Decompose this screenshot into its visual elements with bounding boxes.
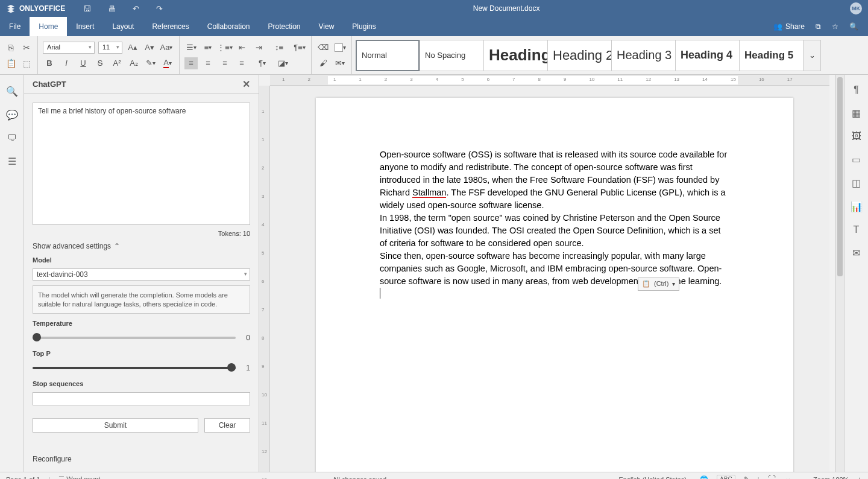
save-icon[interactable]: 🖫	[83, 4, 91, 13]
chat-icon[interactable]: 🗨	[7, 133, 17, 144]
menu-file[interactable]: File	[0, 17, 30, 36]
find-icon[interactable]: 🔍	[6, 86, 18, 97]
search-icon[interactable]: 🔍	[849, 22, 858, 31]
decrease-font-icon[interactable]: A▾	[143, 42, 156, 54]
bold-button[interactable]: B	[43, 57, 56, 69]
font-color-button[interactable]: A▾	[161, 57, 174, 69]
open-location-icon[interactable]: ⧉	[816, 22, 821, 31]
align-center-button[interactable]: ≡	[201, 57, 215, 69]
highlight-button[interactable]: ✎▾	[144, 57, 157, 69]
navigation-icon[interactable]: ☰	[8, 156, 16, 167]
menu-references[interactable]: References	[143, 17, 198, 36]
advanced-settings-toggle[interactable]: Show advanced settings⌃	[33, 242, 250, 250]
strike-button[interactable]: S	[93, 57, 107, 69]
language-selector[interactable]: English (United States) ▾	[619, 476, 692, 480]
mailings-button[interactable]: ✉▾	[333, 57, 347, 69]
share-button[interactable]: 👥Share	[773, 22, 805, 31]
document-page[interactable]: Open-source software (OSS) is software t…	[316, 98, 793, 472]
numbering-button[interactable]: ≡▾	[201, 42, 215, 54]
set-lang-icon[interactable]: 🌐	[700, 475, 708, 479]
stop-sequences-input[interactable]	[33, 392, 250, 405]
decrease-indent-icon[interactable]: ⇤	[235, 42, 248, 54]
paste-icon[interactable]: 📋	[5, 57, 17, 69]
textart-settings-icon[interactable]: T	[854, 224, 860, 235]
align-left-button[interactable]: ≡	[184, 57, 198, 69]
line-spacing-button[interactable]: ↕≡	[272, 42, 286, 54]
style-heading1[interactable]: Heading 1	[483, 40, 547, 71]
font-size-select[interactable]: 11▾	[98, 42, 122, 54]
page-indicator[interactable]: Page 1 of 1	[6, 476, 40, 480]
style-heading4[interactable]: Heading 4	[675, 40, 739, 71]
shape-settings-icon[interactable]: ◫	[852, 177, 861, 189]
select-icon[interactable]: ⬚	[20, 57, 33, 69]
multilevel-button[interactable]: ⋮≡▾	[218, 42, 231, 54]
copy-style-icon[interactable]: 🖌	[316, 57, 330, 69]
image-settings-icon[interactable]: 🖼	[852, 131, 861, 142]
increase-indent-icon[interactable]: ⇥	[252, 42, 265, 54]
track-changes-icon[interactable]: ✎	[744, 475, 749, 479]
chart-settings-icon[interactable]: 📊	[851, 201, 863, 212]
redo-icon[interactable]: ↷	[156, 4, 163, 13]
horizontal-ruler[interactable]: 1211234567891011121314151617	[270, 75, 829, 86]
font-family-select[interactable]: Arial▾	[43, 42, 95, 54]
menu-plugins[interactable]: Plugins	[343, 17, 385, 36]
zoom-out-icon[interactable]: −	[800, 475, 805, 479]
style-heading2[interactable]: Heading 2	[547, 40, 611, 71]
cut-icon[interactable]: ✂	[20, 42, 33, 54]
clear-button[interactable]: Clear	[204, 418, 250, 433]
model-select[interactable]: text-davinci-003▾	[33, 268, 250, 281]
change-case-icon[interactable]: Aa▾	[160, 42, 173, 54]
underline-button[interactable]: U	[77, 57, 90, 69]
zoom-level[interactable]: Zoom 100%	[813, 476, 849, 480]
shape-fill-button[interactable]: ▾	[333, 42, 347, 54]
italic-button[interactable]: I	[60, 57, 73, 69]
paste-options[interactable]: 📋(Ctrl)▾	[638, 278, 679, 291]
spellcheck-word[interactable]: Stallman	[412, 188, 446, 198]
shading-button[interactable]: ◪▾	[276, 57, 289, 69]
fit-width-icon[interactable]: ↔	[784, 475, 792, 479]
increase-font-icon[interactable]: A▴	[126, 42, 139, 54]
temperature-slider[interactable]	[33, 332, 236, 344]
style-normal[interactable]: Normal	[356, 40, 420, 71]
style-heading3[interactable]: Heading 3	[611, 40, 675, 71]
menu-view[interactable]: View	[310, 17, 344, 36]
paragraph-spacing-button[interactable]: ¶≡▾	[293, 42, 306, 54]
menu-protection[interactable]: Protection	[259, 17, 310, 36]
avatar[interactable]: MK	[850, 2, 862, 14]
print-icon[interactable]: 🖶	[108, 4, 116, 13]
menu-home[interactable]: Home	[30, 17, 67, 36]
styles-more-button[interactable]: ⌄	[803, 40, 821, 71]
mail-merge-settings-icon[interactable]: ✉	[852, 247, 860, 259]
word-count[interactable]: ☰ Word count	[58, 475, 100, 479]
align-justify-button[interactable]: ≡	[235, 57, 248, 69]
paragraph-settings-icon[interactable]: ¶	[854, 84, 859, 95]
reconfigure-link[interactable]: Reconfigure	[33, 455, 250, 463]
fit-page-icon[interactable]: ⛶	[768, 475, 776, 479]
favorite-icon[interactable]: ☆	[832, 22, 838, 31]
comments-icon[interactable]: 💬	[6, 109, 18, 121]
nonprinting-button[interactable]: ¶▾	[256, 57, 269, 69]
clear-format-icon[interactable]: ⌫	[316, 42, 330, 54]
prompt-textarea[interactable]	[33, 103, 250, 225]
style-no-spacing[interactable]: No Spacing	[420, 40, 483, 71]
table-settings-icon[interactable]: ▦	[852, 107, 861, 119]
header-settings-icon[interactable]: ▭	[852, 154, 861, 165]
submit-button[interactable]: Submit	[33, 418, 198, 433]
superscript-button[interactable]: A²	[110, 57, 124, 69]
style-heading5[interactable]: Heading 5	[739, 40, 803, 71]
zoom-in-icon[interactable]: +	[857, 475, 862, 479]
align-right-button[interactable]: ≡	[218, 57, 231, 69]
menu-insert[interactable]: Insert	[67, 17, 103, 36]
close-icon[interactable]: ✕	[242, 78, 250, 90]
spellcheck-icon[interactable]: ABC	[717, 475, 735, 479]
menu-collaboration[interactable]: Collaboration	[198, 17, 259, 36]
temperature-value: 0	[243, 334, 250, 342]
bullets-button[interactable]: ☰▾	[184, 42, 198, 54]
vertical-ruler[interactable]: 112345678910111213	[259, 86, 270, 472]
topp-slider[interactable]	[33, 362, 236, 374]
undo-icon[interactable]: ↶	[133, 4, 139, 13]
subscript-button[interactable]: A₂	[127, 57, 140, 69]
copy-icon[interactable]: ⎘	[5, 42, 17, 54]
menu-layout[interactable]: Layout	[103, 17, 143, 36]
vertical-scrollbar[interactable]	[835, 75, 844, 472]
